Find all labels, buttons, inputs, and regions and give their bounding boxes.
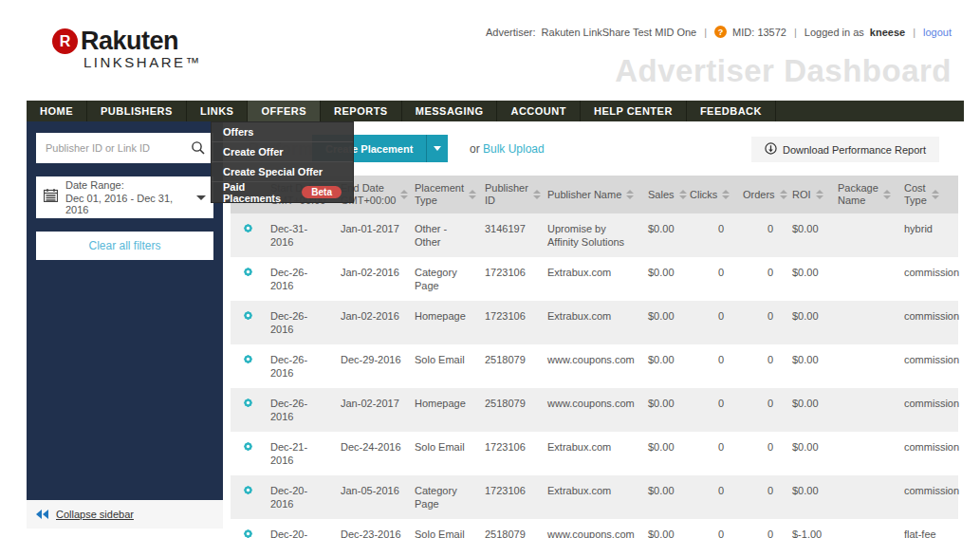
cell-cost_type: commission [898,301,958,344]
search-input[interactable] [36,133,213,163]
table-row: Dec-26-2016Jan-02-2016Category Page17231… [231,257,958,301]
column-header-clicks[interactable]: Clicks [684,176,737,213]
logged-in-prefix: Logged in as [804,27,864,38]
sort-icon[interactable] [626,190,634,199]
sort-icon[interactable] [780,190,787,199]
row-settings-gear-icon[interactable] [231,213,265,257]
cell-cost_type: commission [898,257,958,301]
date-range-picker[interactable]: Date Range: Dec 01, 2016 - Dec 31, 2016 [36,176,213,218]
menu-item-paid-placements[interactable]: Paid PlacementsBeta [212,182,353,202]
cell-package_name [832,257,898,301]
cell-publisher_name: www.coupons.com [542,344,642,388]
cell-publisher_name: Upromise by Affinity Solutions [542,213,642,257]
cell-orders: 0 [737,257,786,301]
beta-badge: Beta [302,186,342,198]
column-header-cost_type[interactable]: CostType [898,176,958,213]
cell-orders: 0 [737,344,786,388]
bulk-upload-link[interactable]: Bulk Upload [483,142,545,156]
table-row: Dec-26-2016Jan-02-2017Homepage2518079www… [231,388,958,432]
cell-end_date: Dec-24-2016 [335,432,409,475]
create-placement-dropdown-caret[interactable] [426,135,448,162]
cell-start_date: Dec-20-2016 [265,475,335,519]
cell-roi: $0.00 [786,388,832,432]
column-header-publisher_id[interactable]: PublisherID [479,176,542,213]
cell-start_date: Dec-26-2016 [265,344,335,388]
cell-orders: 0 [737,388,786,432]
nav-item-offers[interactable]: OFFERS [248,101,321,121]
download-icon [765,142,777,157]
menu-item-offers[interactable]: Offers [212,122,353,142]
cell-end_date: Dec-23-2016 [335,519,409,538]
logo-secondary-text: LINKSHARE™ [83,54,202,70]
calendar-icon [44,189,58,206]
nav-item-reports[interactable]: REPORTS [321,101,402,121]
nav-item-messaging[interactable]: MESSAGING [402,101,498,121]
collapse-sidebar-link[interactable]: Collapse sidebar [56,509,134,520]
cell-package_name [832,475,898,519]
cell-package_name [832,344,898,388]
cell-roi: $0.00 [786,257,832,301]
table-row: Dec-20-2016Dec-23-2016Solo Email2518079w… [231,519,958,538]
nav-item-account[interactable]: ACCOUNT [497,101,581,121]
cell-clicks: 0 [684,432,737,475]
sort-icon[interactable] [722,190,730,199]
cell-sales: $0.00 [642,301,684,344]
separator: | [792,27,799,38]
cell-publisher_id: 1723106 [479,432,542,475]
column-header-roi[interactable]: ROI [786,176,832,213]
cell-publisher_name: Extrabux.com [542,257,642,301]
cell-package_name [832,432,898,475]
sort-icon[interactable] [932,190,939,199]
row-settings-gear-icon[interactable] [231,388,265,432]
column-header-orders[interactable]: Orders [737,176,786,213]
row-settings-gear-icon[interactable] [231,257,265,301]
cell-sales: $0.00 [642,344,684,388]
sort-icon[interactable] [883,190,891,199]
rakuten-linkshare-logo: R Rakuten LINKSHARE™ [52,27,202,70]
row-settings-gear-icon[interactable] [231,432,265,475]
rakuten-logo-icon: R [52,28,78,54]
menu-item-create-offer[interactable]: Create Offer [212,142,353,162]
cell-orders: 0 [737,475,786,519]
collapse-sidebar-row: Collapse sidebar [27,500,223,529]
nav-item-publishers[interactable]: PUBLISHERS [87,101,187,121]
search-icon[interactable] [191,140,206,159]
cell-start_date: Dec-21-2016 [265,432,335,475]
row-settings-gear-icon[interactable] [231,344,265,388]
logout-link[interactable]: logout [923,27,952,38]
download-report-label: Download Performance Report [783,144,926,156]
cell-placement_type: Solo Email [409,432,479,475]
menu-item-create-special-offer[interactable]: Create Special Offer [212,162,353,182]
cell-end_date: Dec-29-2016 [335,344,409,388]
sort-icon[interactable] [469,190,476,199]
column-header-package_name[interactable]: PackageName [832,176,898,213]
column-header-sales[interactable]: Sales [642,176,684,213]
cell-clicks: 0 [684,213,737,257]
cell-placement_type: Other - Other [409,213,479,257]
row-settings-gear-icon[interactable] [231,475,265,519]
cell-cost_type: flat-fee [898,519,958,538]
sort-icon[interactable] [816,190,823,199]
row-settings-gear-icon[interactable] [231,301,265,344]
cell-publisher_id: 1723106 [479,475,542,519]
column-header-placement_type[interactable]: PlacementType [409,176,479,213]
menu-item-label: Offers [223,126,253,138]
cell-start_date: Dec-20-2016 [265,519,335,538]
cell-publisher_id: 2518079 [479,344,542,388]
column-header-publisher_name[interactable]: Publisher Name [542,176,642,213]
nav-item-links[interactable]: LINKS [187,101,249,121]
cell-cost_type: commission [898,344,958,388]
table-row: Dec-31-2016Jan-01-2017Other - Other31461… [231,213,958,257]
clear-all-filters-button[interactable]: Clear all filters [36,232,213,260]
sort-icon[interactable] [679,190,687,199]
nav-item-feedback[interactable]: FEEDBACK [687,101,776,121]
sort-icon[interactable] [533,190,541,199]
download-performance-report-button[interactable]: Download Performance Report [751,137,939,162]
row-settings-gear-icon[interactable] [231,519,265,538]
cell-clicks: 0 [684,301,737,344]
date-range-value: Dec 01, 2016 - Dec 31, 2016 [65,193,196,215]
sort-icon[interactable] [400,190,408,199]
help-icon[interactable]: ? [714,26,727,38]
nav-item-help-center[interactable]: HELP CENTER [581,101,687,121]
nav-item-home[interactable]: HOME [27,101,87,121]
